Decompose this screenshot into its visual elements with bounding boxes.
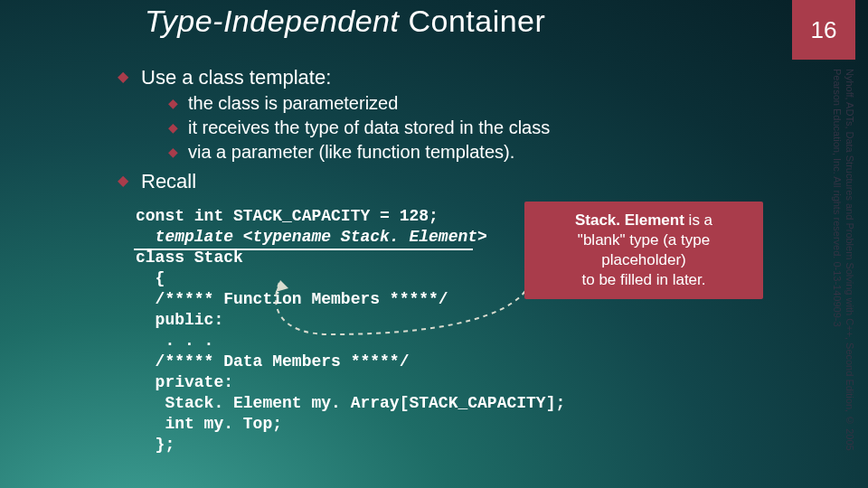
callout-strong: Stack. Element	[575, 211, 684, 229]
subbullet-via-parameter: via a parameter (like function templates…	[168, 141, 769, 164]
code-line: {	[136, 269, 165, 287]
callout-line: Stack. Element is a	[535, 211, 752, 230]
code-line: /***** Function Members *****/	[136, 290, 448, 308]
code-line: class Stack	[136, 249, 243, 267]
template-underline	[134, 249, 473, 250]
subbullet-receives-type: it receives the type of data stored in t…	[168, 117, 769, 139]
callout-line: to be filled in later.	[535, 270, 752, 290]
subbullet-parameterized: the class is parameterized	[168, 92, 769, 115]
copyright-vertical: Nyhoff, ADTs, Data Structures and Proble…	[796, 69, 855, 466]
callout-line: "blank" type (a type	[535, 230, 752, 250]
bullet-text: Use a class template:	[141, 66, 331, 89]
code-line: /***** Data Members *****/	[136, 352, 409, 371]
callout-box: Stack. Element is a "blank" type (a type…	[524, 202, 763, 299]
title-rest: Container	[399, 4, 545, 38]
bullet-use-class-template: Use a class template: the class is param…	[118, 65, 769, 164]
code-line: private:	[136, 373, 233, 391]
code-line: Stack. Element my. Array[STACK_CAPACITY]…	[136, 394, 565, 412]
page-number-badge: 16	[792, 0, 855, 60]
code-line: . . .	[136, 332, 213, 350]
title-italic: Type-Independent	[145, 4, 399, 38]
code-line-template: template <typename Stack. Element>	[136, 228, 487, 246]
callout-line: placeholder)	[535, 250, 752, 270]
code-line: const int STACK_CAPACITY = 128;	[136, 207, 439, 225]
code-line: };	[136, 436, 175, 454]
code-line: public:	[136, 311, 223, 329]
code-line: int my. Top;	[136, 415, 282, 433]
slide-title: Type-Independent Container	[145, 4, 545, 39]
callout-text: is a	[684, 211, 712, 229]
body-content: Use a class template: the class is param…	[118, 61, 769, 197]
bullet-recall: Recall	[118, 169, 769, 194]
